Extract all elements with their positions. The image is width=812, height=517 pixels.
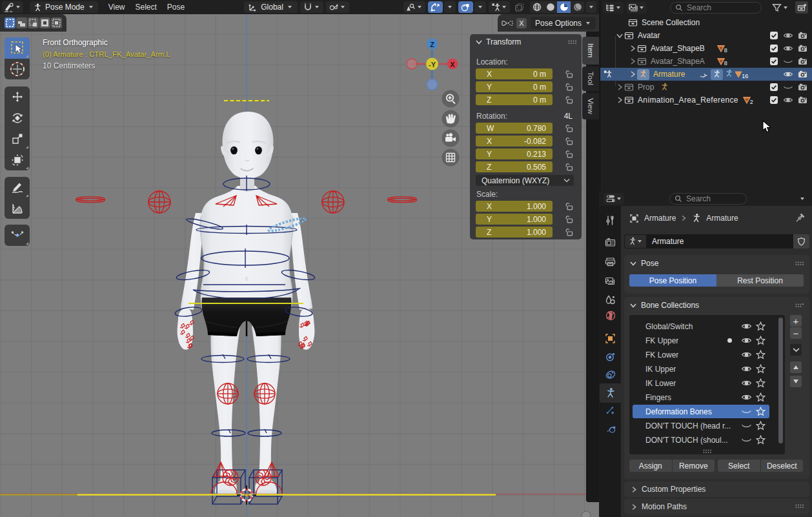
svg-text:-Y: -Y bbox=[429, 61, 436, 68]
svg-text:Z: Z bbox=[430, 41, 434, 48]
svg-text:X: X bbox=[450, 61, 455, 68]
